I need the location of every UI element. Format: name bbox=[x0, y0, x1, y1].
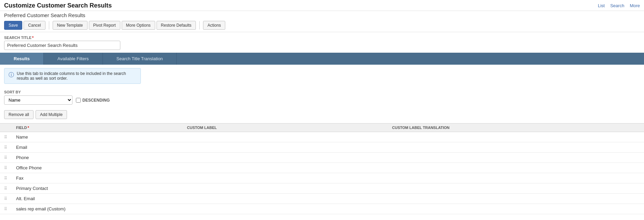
tabs-bar: Results Available Filters Search Title T… bbox=[0, 53, 644, 65]
search-title-section: SEARCH TITLE* bbox=[0, 32, 644, 53]
field-cell: Name bbox=[12, 132, 183, 142]
top-bar: Customize Customer Search Results List S… bbox=[0, 0, 644, 11]
custom-label-cell bbox=[183, 153, 388, 163]
save-button[interactable]: Save bbox=[4, 21, 22, 30]
drag-handle[interactable]: ⠿ bbox=[4, 145, 8, 150]
sort-row: Name Email Phone Office Phone Fax Primar… bbox=[4, 95, 640, 105]
table-row: ⠿ Name bbox=[0, 132, 644, 142]
toolbar-divider bbox=[49, 21, 49, 29]
sub-header: Preferred Customer Search Results bbox=[0, 11, 644, 19]
field-cell: Primary Contact bbox=[12, 183, 183, 194]
page-title: Customize Customer Search Results bbox=[4, 2, 112, 9]
field-header: FIELD* bbox=[12, 124, 183, 132]
drag-handle-cell: ⠿ bbox=[0, 153, 12, 163]
drag-handle-cell: ⠿ bbox=[0, 183, 12, 194]
field-cell: sales rep email (Custom) bbox=[12, 204, 183, 214]
drag-handle[interactable]: ⠿ bbox=[4, 196, 8, 201]
table-row: ⠿ Email bbox=[0, 142, 644, 153]
drag-handle-cell: ⠿ bbox=[0, 142, 12, 153]
custom-label-trans-cell bbox=[388, 204, 644, 214]
drag-handle-cell: ⠿ bbox=[0, 163, 12, 173]
descending-label: DESCENDING bbox=[76, 98, 110, 103]
sort-by-label: SORT BY bbox=[4, 90, 640, 94]
table-header-row: FIELD* CUSTOM LABEL CUSTOM LABEL TRANSLA… bbox=[0, 124, 644, 132]
more-options-button[interactable]: More Options bbox=[122, 21, 155, 30]
custom-label-cell bbox=[183, 163, 388, 173]
pivot-report-button[interactable]: Pivot Report bbox=[89, 21, 120, 30]
required-indicator: * bbox=[32, 36, 33, 40]
toolbar-divider-2 bbox=[199, 21, 200, 29]
drag-handle[interactable]: ⠿ bbox=[4, 135, 8, 140]
drag-handle-cell: ⠿ bbox=[0, 204, 12, 214]
toolbar: Save Cancel New Template Pivot Report Mo… bbox=[0, 19, 644, 32]
tab-results[interactable]: Results bbox=[0, 53, 44, 65]
drag-col-header bbox=[0, 124, 12, 132]
custom-label-trans-cell bbox=[388, 163, 644, 173]
info-text: Use this tab to indicate columns to be i… bbox=[17, 71, 136, 81]
nav-search[interactable]: Search bbox=[610, 3, 624, 8]
search-title-label: SEARCH TITLE* bbox=[4, 36, 640, 40]
action-row: Remove all Add Multiple bbox=[0, 107, 644, 122]
table-row: ⠿ sales rep email (Custom) bbox=[0, 204, 644, 214]
table-row: ⠿ Fax bbox=[0, 173, 644, 183]
custom-label-cell bbox=[183, 183, 388, 194]
custom-label-trans-cell bbox=[388, 194, 644, 204]
drag-handle-cell: ⠿ bbox=[0, 132, 12, 142]
field-cell: Office Phone bbox=[12, 163, 183, 173]
actions-button[interactable]: Actions bbox=[203, 21, 225, 30]
add-multiple-button[interactable]: Add Multiple bbox=[36, 110, 67, 119]
drag-handle-cell: ⠿ bbox=[0, 194, 12, 204]
field-cell: Alt. Email bbox=[12, 194, 183, 204]
field-cell: Email bbox=[12, 142, 183, 153]
nav-list[interactable]: List bbox=[598, 3, 605, 8]
table-row: ⠿ Office Phone bbox=[0, 163, 644, 173]
custom-label-trans-cell bbox=[388, 153, 644, 163]
drag-handle[interactable]: ⠿ bbox=[4, 207, 8, 211]
info-box: ⓘ Use this tab to indicate columns to be… bbox=[4, 68, 141, 84]
custom-label-trans-cell bbox=[388, 173, 644, 183]
custom-label-trans-cell bbox=[388, 132, 644, 142]
custom-label-trans-header: CUSTOM LABEL TRANSLATION bbox=[388, 124, 644, 132]
new-template-button[interactable]: New Template bbox=[53, 21, 88, 30]
drag-handle[interactable]: ⠿ bbox=[4, 176, 8, 181]
tab-available-filters[interactable]: Available Filters bbox=[44, 53, 103, 65]
custom-label-cell bbox=[183, 173, 388, 183]
custom-label-cell bbox=[183, 142, 388, 153]
remove-all-button[interactable]: Remove all bbox=[4, 110, 33, 119]
field-cell: Fax bbox=[12, 173, 183, 183]
custom-label-cell bbox=[183, 194, 388, 204]
restore-defaults-button[interactable]: Restore Defaults bbox=[157, 21, 196, 30]
custom-label-trans-cell bbox=[388, 183, 644, 194]
table-row: ⠿ Phone bbox=[0, 153, 644, 163]
custom-label-trans-cell bbox=[388, 142, 644, 153]
descending-checkbox[interactable] bbox=[76, 98, 81, 103]
drag-handle[interactable]: ⠿ bbox=[4, 186, 8, 191]
sort-section: SORT BY Name Email Phone Office Phone Fa… bbox=[0, 87, 644, 107]
custom-label-header: CUSTOM LABEL bbox=[183, 124, 388, 132]
drag-handle[interactable]: ⠿ bbox=[4, 155, 8, 160]
table-row: ⠿ Alt. Email bbox=[0, 194, 644, 204]
sub-header-title: Preferred Customer Search Results bbox=[4, 12, 85, 18]
table-row: ⠿ Primary Contact bbox=[0, 183, 644, 194]
custom-label-cell bbox=[183, 132, 388, 142]
cancel-button[interactable]: Cancel bbox=[24, 21, 45, 30]
search-title-input[interactable] bbox=[4, 41, 120, 50]
nav-more[interactable]: More bbox=[630, 3, 640, 8]
drag-handle-cell: ⠿ bbox=[0, 173, 12, 183]
top-nav: List Search More bbox=[598, 3, 640, 8]
custom-label-cell bbox=[183, 204, 388, 214]
results-table: FIELD* CUSTOM LABEL CUSTOM LABEL TRANSLA… bbox=[0, 123, 644, 214]
tab-search-title-translation[interactable]: Search Title Translation bbox=[103, 53, 177, 65]
field-cell: Phone bbox=[12, 153, 183, 163]
info-icon: ⓘ bbox=[9, 72, 14, 79]
sort-by-select[interactable]: Name Email Phone Office Phone Fax Primar… bbox=[4, 95, 72, 105]
drag-handle[interactable]: ⠿ bbox=[4, 166, 8, 170]
